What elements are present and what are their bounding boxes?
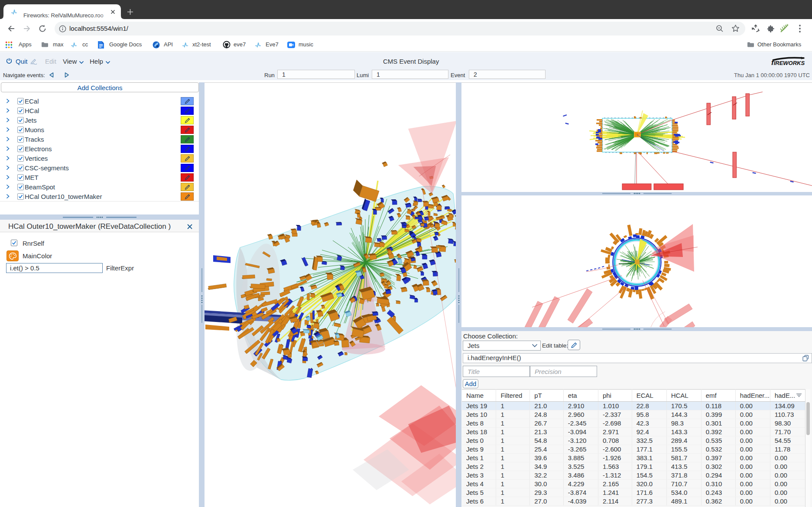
svg-text:fIREWORKS: fIREWORKS [771, 58, 805, 67]
